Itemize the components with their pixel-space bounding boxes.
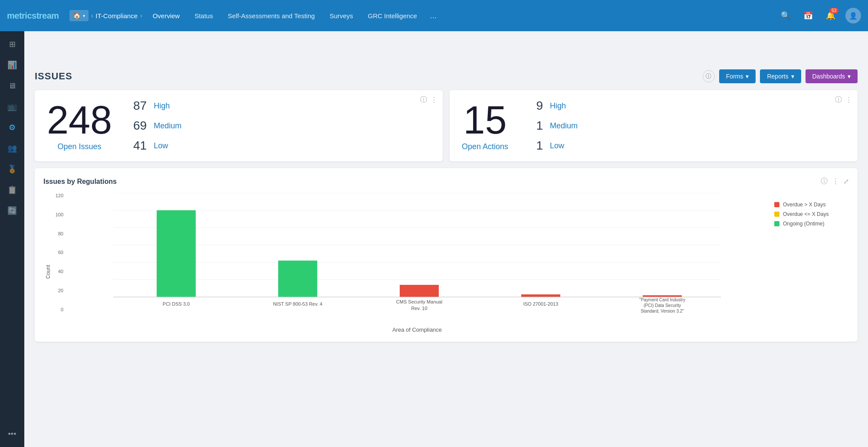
info-icon[interactable]: ⓘ xyxy=(703,70,715,82)
open-actions-label: Open Actions xyxy=(462,142,508,151)
card-menu-icon[interactable]: ⋮ xyxy=(431,96,437,104)
card-controls-actions: ⓘ ⋮ xyxy=(835,95,852,104)
x-label-pci-v32-2: (PCI) Data Security xyxy=(644,303,681,308)
legend-label-overdue-lte: Overdue <= X Days xyxy=(783,211,829,217)
open-actions-sub-stats: 9 High 1 Medium 1 Low xyxy=(526,99,578,153)
reports-button[interactable]: Reports ▾ xyxy=(760,69,801,83)
issues-high-row: 87 High xyxy=(129,99,181,113)
issues-low-row: 41 Low xyxy=(129,139,181,153)
dropdown-arrow-icon3: ▾ xyxy=(848,73,851,80)
chart-title: Issues by Regulations xyxy=(43,178,117,186)
sidebar-item-grid[interactable]: ⊞ xyxy=(3,35,22,54)
bar-cms[interactable] xyxy=(400,285,439,297)
card-info-icon[interactable]: ⓘ xyxy=(420,95,427,104)
header-actions: ⓘ Forms ▾ Reports ▾ Dashboards ▾ xyxy=(703,69,858,83)
app-logo: metricstream xyxy=(7,11,59,21)
issues-medium-row: 69 Medium xyxy=(129,119,181,133)
chart-area: Count 120 100 80 60 40 20 0 xyxy=(43,193,849,333)
open-issues-card: ⓘ ⋮ 248 Open Issues 87 High 69 Medium xyxy=(35,90,443,161)
actions-medium-count: 1 xyxy=(526,119,543,133)
bar-iso[interactable] xyxy=(521,294,560,297)
search-icon[interactable]: 🔍 xyxy=(778,8,793,23)
top-navigation: metricstream 🏠 ▾ › IT-Compliance › Overv… xyxy=(0,0,868,31)
sidebar-item-chart[interactable]: 📊 xyxy=(3,55,22,75)
actions-high-label: High xyxy=(550,101,566,111)
open-actions-stats: 15 Open Actions 9 High 1 Medium 1 Low xyxy=(462,99,845,153)
x-label-pci-v32: "Payment Card Industry xyxy=(639,297,685,302)
x-label-cms2: Rev. 10 xyxy=(411,306,427,311)
forms-button[interactable]: Forms ▾ xyxy=(719,69,756,83)
legend-label-ongoing: Ongoing (Ontime) xyxy=(783,221,824,227)
chart-y-axis: 120 100 80 60 40 20 0 xyxy=(51,193,63,333)
nav-right-controls: 🔍 📅 🔔 53 👤 xyxy=(778,8,861,23)
legend-overdue-gt: Overdue > X Days xyxy=(774,202,845,208)
x-label-iso: ISO 27001-2013 xyxy=(523,301,559,307)
nav-grc-intelligence[interactable]: GRC Intelligence xyxy=(361,9,424,23)
home-breadcrumb[interactable]: 🏠 ▾ xyxy=(69,10,89,21)
breadcrumb: 🏠 ▾ › IT-Compliance › xyxy=(69,10,142,21)
sidebar: ⊞ 📊 🖥 📺 ⚙ 👥 🏅 📋 🔄 ••• xyxy=(0,31,24,447)
open-issues-stats: 248 Open Issues 87 High 69 Medium 41 Low xyxy=(47,99,431,153)
issues-medium-count: 69 xyxy=(129,119,147,133)
notification-badge: 53 xyxy=(829,8,838,13)
breadcrumb-chevron2: › xyxy=(140,12,142,19)
bar-pci-v32[interactable] xyxy=(643,295,682,297)
x-axis-title: Area of Compliance xyxy=(70,326,764,333)
issues-medium-label: Medium xyxy=(154,121,181,131)
sidebar-item-refresh[interactable]: 🔄 xyxy=(3,201,22,220)
legend-color-green xyxy=(774,221,779,226)
x-label-nist: NIST SP 800-53 Rev. 4 xyxy=(273,301,322,307)
actions-medium-row: 1 Medium xyxy=(526,119,578,133)
chart-body: PCI DSS 3.0 NIST SP 800-53 Rev. 4 CMS Se… xyxy=(70,193,764,333)
actions-medium-label: Medium xyxy=(550,121,578,131)
main-content: ISSUES ⓘ Forms ▾ Reports ▾ Dashboards ▾ … xyxy=(24,62,868,447)
open-actions-count: 15 xyxy=(462,101,508,140)
actions-high-row: 9 High xyxy=(526,99,578,113)
actions-low-count: 1 xyxy=(526,139,543,153)
stats-cards-row: ⓘ ⋮ 248 Open Issues 87 High 69 Medium xyxy=(35,90,858,161)
legend-label-overdue-gt: Overdue > X Days xyxy=(783,202,825,208)
nav-links: Overview Status Self-Assessments and Tes… xyxy=(146,8,778,24)
avatar[interactable]: 👤 xyxy=(845,8,861,23)
legend-ongoing: Ongoing (Ontime) xyxy=(774,221,845,227)
dropdown-arrow-icon: ▾ xyxy=(746,73,749,80)
legend-overdue-lte: Overdue <= X Days xyxy=(774,211,845,217)
nav-self-assessments[interactable]: Self-Assessments and Testing xyxy=(221,9,322,23)
y-axis-label: Count xyxy=(43,193,51,333)
sidebar-item-more[interactable]: ••• xyxy=(3,424,22,444)
issues-high-label: High xyxy=(154,101,170,111)
sidebar-item-list[interactable]: 📋 xyxy=(3,180,22,199)
bar-nist[interactable] xyxy=(278,261,317,297)
card-menu-icon2[interactable]: ⋮ xyxy=(845,96,852,104)
nav-more-button[interactable]: ... xyxy=(425,8,442,24)
card-info-icon2[interactable]: ⓘ xyxy=(835,95,842,104)
sidebar-item-monitor[interactable]: 🖥 xyxy=(3,76,22,95)
open-issues-label: Open Issues xyxy=(47,142,112,151)
nav-overview[interactable]: Overview xyxy=(146,9,187,23)
notifications-icon[interactable]: 🔔 53 xyxy=(823,8,838,23)
calendar-icon[interactable]: 📅 xyxy=(800,8,816,23)
chart-expand-icon[interactable]: ⤢ xyxy=(843,177,849,186)
sidebar-item-badge[interactable]: 🏅 xyxy=(3,160,22,179)
chart-menu-icon[interactable]: ⋮ xyxy=(832,177,839,186)
sidebar-item-gear[interactable]: ⚙ xyxy=(3,118,22,137)
chart-card: Issues by Regulations ⓘ ⋮ ⤢ Count 120 10… xyxy=(35,168,858,342)
breadcrumb-section[interactable]: IT-Compliance xyxy=(95,12,138,20)
chart-info-icon[interactable]: ⓘ xyxy=(821,177,828,186)
sidebar-item-users[interactable]: 👥 xyxy=(3,139,22,158)
chart-controls: ⓘ ⋮ ⤢ xyxy=(821,177,849,186)
open-issues-main-stat: 248 Open Issues xyxy=(47,101,112,151)
nav-surveys[interactable]: Surveys xyxy=(322,9,360,23)
bar-pci-dss[interactable] xyxy=(157,210,196,297)
open-actions-main-stat: 15 Open Actions xyxy=(462,101,508,151)
chart-legend: Overdue > X Days Overdue <= X Days Ongoi… xyxy=(771,193,849,333)
dashboards-button[interactable]: Dashboards ▾ xyxy=(806,69,858,83)
card-controls-issues: ⓘ ⋮ xyxy=(420,95,437,104)
nav-status[interactable]: Status xyxy=(187,9,220,23)
dropdown-arrow-icon2: ▾ xyxy=(791,73,794,80)
x-label-cms: CMS Security Manual xyxy=(396,299,442,304)
legend-color-red xyxy=(774,202,779,207)
sidebar-item-monitor2[interactable]: 📺 xyxy=(3,97,22,116)
page-title: ISSUES xyxy=(35,71,72,82)
chevron-down-icon: ▾ xyxy=(83,13,85,18)
